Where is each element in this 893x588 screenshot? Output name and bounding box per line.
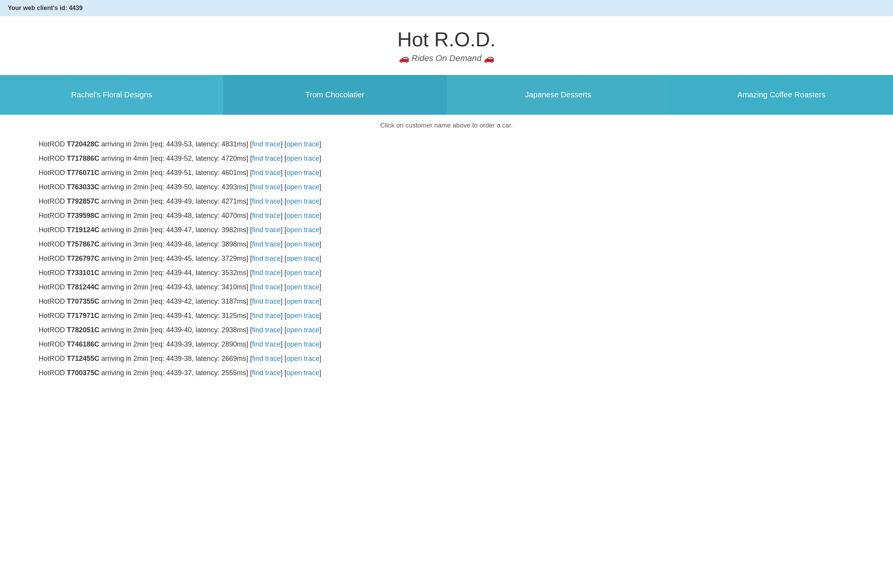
client-id-bar: Your web client's id: 4439 bbox=[0, 0, 893, 16]
find-trace-link[interactable]: find trace bbox=[252, 183, 281, 191]
open-trace-link[interactable]: open trace bbox=[286, 283, 319, 291]
customer-button[interactable]: Trom Chocolatier bbox=[223, 75, 447, 115]
car-id: T776071C bbox=[67, 169, 99, 177]
open-trace-link[interactable]: open trace bbox=[286, 255, 319, 262]
find-trace-link[interactable]: find trace bbox=[252, 140, 281, 148]
open-trace-link[interactable]: open trace bbox=[286, 140, 319, 148]
rides-list: HotROD T720428C arriving in 2min [req: 4… bbox=[0, 133, 893, 396]
ride-item: HotROD T757867C arriving in 3min [req: 4… bbox=[39, 237, 854, 252]
find-trace-link[interactable]: find trace bbox=[252, 226, 281, 234]
find-trace-link[interactable]: find trace bbox=[252, 255, 281, 262]
open-trace-link[interactable]: open trace bbox=[286, 169, 319, 177]
find-trace-link[interactable]: find trace bbox=[252, 212, 281, 219]
find-trace-link[interactable]: find trace bbox=[252, 312, 281, 319]
car-id: T782051C bbox=[67, 326, 99, 334]
ride-item: HotROD T792857C arriving in 2min [req: 4… bbox=[39, 194, 854, 209]
car-id: T707355C bbox=[67, 297, 99, 305]
page-title: Hot R.O.D. bbox=[8, 28, 885, 51]
car-id: T700375C bbox=[67, 369, 99, 377]
open-trace-link[interactable]: open trace bbox=[286, 312, 319, 319]
find-trace-link[interactable]: find trace bbox=[252, 197, 281, 205]
open-trace-link[interactable]: open trace bbox=[286, 212, 319, 219]
open-trace-link[interactable]: open trace bbox=[286, 155, 319, 162]
find-trace-link[interactable]: find trace bbox=[252, 283, 281, 291]
customer-button[interactable]: Amazing Coffee Roasters bbox=[670, 75, 893, 115]
open-trace-link[interactable]: open trace bbox=[286, 226, 319, 234]
find-trace-link[interactable]: find trace bbox=[252, 169, 281, 177]
find-trace-link[interactable]: find trace bbox=[252, 269, 281, 277]
instruction-text: Click on customer name above to order a … bbox=[0, 115, 893, 133]
ride-item: HotROD T776071C arriving in 2min [req: 4… bbox=[39, 166, 854, 180]
car-id: T757867C bbox=[67, 240, 99, 248]
find-trace-link[interactable]: find trace bbox=[252, 155, 281, 162]
car-id: T792857C bbox=[67, 197, 99, 205]
open-trace-link[interactable]: open trace bbox=[286, 355, 319, 362]
car-id: T763033C bbox=[67, 183, 99, 191]
find-trace-link[interactable]: find trace bbox=[252, 240, 281, 248]
find-trace-link[interactable]: find trace bbox=[252, 369, 281, 377]
find-trace-link[interactable]: find trace bbox=[252, 340, 281, 348]
ride-item: HotROD T733101C arriving in 2min [req: 4… bbox=[39, 266, 854, 280]
car-id: T733101C bbox=[67, 269, 99, 277]
car-id: T719124C bbox=[67, 226, 99, 234]
page-header: Hot R.O.D. 🚗 Rides On Demand 🚗 bbox=[0, 16, 893, 67]
subtitle-emoji-1: 🚗 bbox=[399, 53, 409, 63]
car-id: T726797C bbox=[67, 255, 99, 262]
ride-item: HotROD T712455C arriving in 2min [req: 4… bbox=[39, 352, 854, 366]
car-id: T717971C bbox=[67, 312, 99, 319]
open-trace-link[interactable]: open trace bbox=[286, 183, 319, 191]
car-id: T717886C bbox=[67, 155, 99, 162]
ride-item: HotROD T707355C arriving in 2min [req: 4… bbox=[39, 294, 854, 309]
subtitle-text: Rides On Demand bbox=[409, 53, 484, 63]
customer-button[interactable]: Japanese Desserts bbox=[447, 75, 670, 115]
car-id: T720428C bbox=[67, 140, 99, 148]
car-id: T746186C bbox=[67, 340, 99, 348]
ride-item: HotROD T717971C arriving in 2min [req: 4… bbox=[39, 309, 854, 323]
ride-item: HotROD T720428C arriving in 2min [req: 4… bbox=[39, 137, 854, 151]
open-trace-link[interactable]: open trace bbox=[286, 269, 319, 277]
subtitle-emoji-2: 🚗 bbox=[484, 53, 494, 63]
ride-item: HotROD T717886C arriving in 4min [req: 4… bbox=[39, 151, 854, 166]
ride-item: HotROD T746186C arriving in 2min [req: 4… bbox=[39, 337, 854, 352]
customers-grid: Rachel's Floral DesignsTrom ChocolatierJ… bbox=[0, 75, 893, 115]
ride-item: HotROD T782051C arriving in 2min [req: 4… bbox=[39, 323, 854, 337]
open-trace-link[interactable]: open trace bbox=[286, 197, 319, 205]
ride-item: HotROD T700375C arriving in 2min [req: 4… bbox=[39, 366, 854, 380]
ride-item: HotROD T781244C arriving in 2min [req: 4… bbox=[39, 280, 854, 294]
car-id: T739598C bbox=[67, 212, 99, 219]
find-trace-link[interactable]: find trace bbox=[252, 297, 281, 305]
ride-item: HotROD T739598C arriving in 2min [req: 4… bbox=[39, 209, 854, 223]
find-trace-link[interactable]: find trace bbox=[252, 355, 281, 362]
open-trace-link[interactable]: open trace bbox=[286, 369, 319, 377]
car-id: T712455C bbox=[67, 355, 99, 362]
open-trace-link[interactable]: open trace bbox=[286, 326, 319, 334]
open-trace-link[interactable]: open trace bbox=[286, 240, 319, 248]
customer-button[interactable]: Rachel's Floral Designs bbox=[0, 75, 223, 115]
open-trace-link[interactable]: open trace bbox=[286, 340, 319, 348]
open-trace-link[interactable]: open trace bbox=[286, 297, 319, 305]
ride-item: HotROD T719124C arriving in 2min [req: 4… bbox=[39, 223, 854, 237]
car-id: T781244C bbox=[67, 283, 99, 291]
client-id-prefix: Your web client's id: bbox=[8, 5, 69, 11]
find-trace-link[interactable]: find trace bbox=[252, 326, 281, 334]
client-id-value: 4439 bbox=[69, 5, 83, 11]
page-subtitle: 🚗 Rides On Demand 🚗 bbox=[8, 53, 885, 63]
ride-item: HotROD T763033C arriving in 2min [req: 4… bbox=[39, 180, 854, 194]
ride-item: HotROD T726797C arriving in 2min [req: 4… bbox=[39, 252, 854, 266]
